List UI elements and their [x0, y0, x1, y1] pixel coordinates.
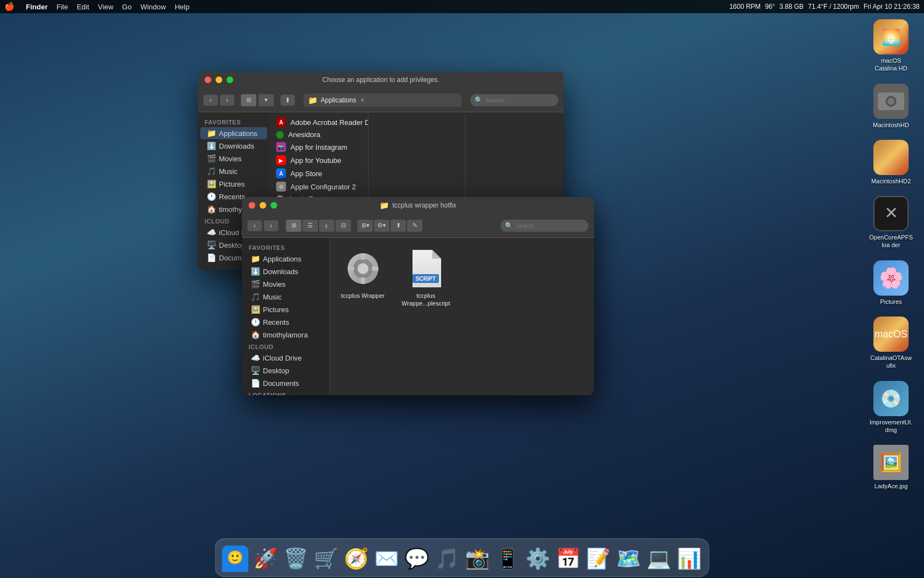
- fg-sidebar-downloads[interactable]: ⬇️ Downloads: [244, 265, 327, 277]
- fg-groupby-btn[interactable]: ⊞▾: [358, 220, 373, 232]
- file-item-appstore[interactable]: A App Store: [270, 167, 368, 180]
- menubar-go[interactable]: Go: [122, 3, 131, 11]
- fg-sidebar: Favorites 📁 Applications ⬇️ Downloads 🎬 …: [242, 238, 330, 395]
- tccplus-wrapper-item[interactable]: tccplus Wrapper: [341, 249, 384, 299]
- fg-search-bar[interactable]: 🔍 Search: [501, 220, 588, 232]
- fg-desktop-icon: 🖥️: [251, 366, 260, 375]
- fg-icloud-icon: ☁️: [251, 353, 260, 362]
- back-button[interactable]: ‹: [204, 95, 218, 106]
- sidebar-item-label: Applications: [263, 255, 301, 263]
- fg-actions-btn[interactable]: ⚙▾: [374, 220, 389, 232]
- fg-list-view[interactable]: ☰: [302, 220, 318, 232]
- fg-sidebar-pictures[interactable]: 🖼️ Pictures: [244, 303, 327, 315]
- menubar-file[interactable]: File: [57, 3, 68, 11]
- menubar-view[interactable]: View: [98, 3, 113, 11]
- applications-icon: 📁: [207, 129, 216, 138]
- sidebar-item-label: Pictures: [219, 180, 245, 188]
- fg-sidebar-icloud[interactable]: ☁️ iCloud Drive: [244, 352, 327, 364]
- file-item-configurator[interactable]: ⚙ Apple Configurator 2: [270, 180, 368, 193]
- fg-sidebar-documents[interactable]: 📄 Documents: [244, 377, 327, 389]
- dock-calendar[interactable]: 📅: [554, 544, 582, 573]
- sidebar-item-label: Pictures: [263, 306, 289, 314]
- dock-terminal[interactable]: 💻: [645, 544, 673, 573]
- file-item-adobe[interactable]: A Adobe Acrobat Reader DC: [270, 116, 368, 129]
- fg-close-button[interactable]: [249, 202, 255, 209]
- bg-window-title: Choose an application to add privileges.: [322, 76, 439, 84]
- dock-safari[interactable]: 🧭: [342, 544, 371, 573]
- sidebar-item-label: Recents: [263, 318, 289, 326]
- svg-text:SCRIPT: SCRIPT: [416, 276, 436, 282]
- dock-finder[interactable]: 🙂: [221, 544, 250, 573]
- desktop-icon-ladyace[interactable]: 🖼️ LadyAce.jpg: [869, 445, 913, 490]
- dock-mail[interactable]: ✉️: [372, 544, 401, 573]
- bg-window-titlebar: Choose an application to add privileges.: [198, 72, 564, 88]
- menubar-memory: 3.88 GB: [779, 3, 804, 10]
- search-bar[interactable]: 🔍 Search: [470, 94, 558, 106]
- fg-search-icon: 🔍: [505, 222, 513, 230]
- fg-forward-button[interactable]: ›: [264, 220, 278, 231]
- dock-appstore[interactable]: 🛒: [312, 544, 340, 573]
- file-item-youtube[interactable]: ▶ App for Youtube: [270, 154, 368, 167]
- menubar-edit[interactable]: Edit: [77, 3, 89, 11]
- menubar-temp: 96°: [765, 3, 775, 10]
- fg-edit-btn[interactable]: ✎: [407, 220, 422, 232]
- dock-activity[interactable]: 📊: [675, 544, 703, 573]
- forward-button[interactable]: ›: [220, 95, 234, 106]
- recents-icon: 🕐: [207, 192, 216, 201]
- fg-share-btn[interactable]: ⬆: [391, 220, 406, 232]
- file-item-instagram[interactable]: 📷 App for Instagram: [270, 140, 368, 154]
- sidebar-item-downloads[interactable]: ⬇️ Downloads: [200, 140, 267, 152]
- apple-menu[interactable]: 🍎: [4, 2, 15, 12]
- share-button[interactable]: ⬆: [280, 95, 295, 106]
- desktop-icon-macintoshhd2[interactable]: MacintoshHD2: [869, 140, 913, 185]
- desktop-icon-catalina[interactable]: 🌅 macOS Catalina HD: [869, 19, 913, 73]
- fg-sidebar-movies[interactable]: 🎬 Movies: [244, 278, 327, 290]
- file-item-anesidora[interactable]: Anesidora: [270, 129, 368, 140]
- maximize-button[interactable]: [227, 77, 233, 83]
- menubar-help[interactable]: Help: [175, 3, 190, 11]
- dock-photos[interactable]: 📸: [463, 544, 492, 573]
- fg-sidebar-home[interactable]: 🏠 timothylamora: [244, 329, 327, 341]
- sidebar-item-movies[interactable]: 🎬 Movies: [200, 152, 267, 165]
- sidebar-item-applications[interactable]: 📁 Applications: [200, 127, 267, 139]
- dock-preferences[interactable]: ⚙️: [524, 544, 552, 573]
- dock-trash[interactable]: 🗑️: [282, 544, 310, 573]
- menubar-window[interactable]: Window: [140, 3, 166, 11]
- desktop-icon-opencore[interactable]: ✕ OpenCoreAPFSloa der: [869, 196, 913, 249]
- desktop-icon-macintoshhd[interactable]: MacintoshHD: [869, 84, 913, 129]
- dock-notes[interactable]: 📝: [584, 544, 613, 573]
- fg-cover-view[interactable]: ⊟: [336, 220, 351, 232]
- fg-minimize-button[interactable]: [260, 202, 266, 209]
- dock-maps[interactable]: 🗺️: [614, 544, 643, 573]
- fg-window-title-area: 📁 tccplus wrapper hotfix: [380, 201, 456, 210]
- fg-column-view[interactable]: ⫾: [319, 220, 334, 232]
- sidebar-item-music[interactable]: 🎵 Music: [200, 165, 267, 177]
- dock-music[interactable]: 🎵: [433, 544, 461, 573]
- view-icon-btn[interactable]: ⊞: [241, 94, 256, 106]
- dock-launchpad[interactable]: 🚀: [251, 544, 280, 573]
- desktop-icon-pictures[interactable]: 🌸 Pictures: [869, 260, 913, 306]
- instagram-icon: 📷: [276, 142, 286, 152]
- fg-downloads-icon: ⬇️: [251, 267, 260, 276]
- view-dropdown[interactable]: ▾: [258, 94, 274, 106]
- fg-window-titlebar: 📁 tccplus wrapper hotfix: [242, 197, 594, 214]
- dock-messages[interactable]: 💬: [403, 544, 431, 573]
- sidebar-item-pictures[interactable]: 🖼️ Pictures: [200, 178, 267, 190]
- fg-maximize-button[interactable]: [271, 202, 277, 209]
- fg-sidebar-music[interactable]: 🎵 Music: [244, 291, 327, 303]
- fg-sidebar-applications[interactable]: 📁 Applications: [244, 253, 327, 265]
- fg-back-button[interactable]: ‹: [248, 220, 262, 231]
- fg-pictures-icon: 🖼️: [251, 305, 260, 314]
- dock-facetime[interactable]: 📱: [493, 544, 522, 573]
- script-file-icon: SCRIPT: [406, 249, 446, 288]
- desktop-icon-improvement[interactable]: 💿 ImprovementUI.dmg: [869, 381, 913, 434]
- fg-grid-view[interactable]: ⊞: [286, 220, 301, 232]
- fg-sidebar-recents[interactable]: 🕐 Recents: [244, 316, 327, 328]
- fg-finder-window: 📁 tccplus wrapper hotfix ‹ › ⊞ ☰ ⫾ ⊟ ⊞▾ …: [242, 197, 594, 395]
- desktop-icon-catalinaota[interactable]: macOS CatalinaOTAswufix: [869, 317, 913, 370]
- minimize-button[interactable]: [216, 77, 222, 83]
- sidebar-item-label: timothylamora: [263, 331, 308, 339]
- close-button[interactable]: [205, 77, 211, 83]
- tccplus-script-item[interactable]: SCRIPT tccplus Wrappe...plescript: [401, 249, 450, 308]
- fg-sidebar-desktop[interactable]: 🖥️ Desktop: [244, 364, 327, 377]
